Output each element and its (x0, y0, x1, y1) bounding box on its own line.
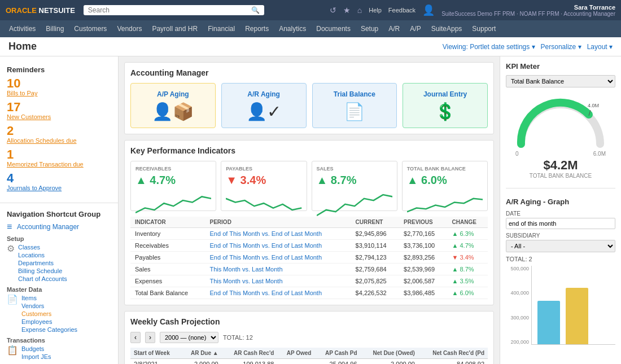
wcp-prev[interactable]: ‹ (130, 332, 141, 343)
kpi-meter-title: KPI Meter (506, 62, 615, 71)
row-indicator: Payables (130, 252, 205, 264)
row-previous: $3,736,100 (399, 240, 447, 252)
master-employees[interactable]: Employees (21, 318, 77, 326)
setup-chart[interactable]: Chart of Accounts (18, 275, 67, 283)
bar-cyan (537, 301, 560, 344)
reminder-journals-label[interactable]: Journals to Approve (7, 185, 111, 191)
reminder-customers-num: 17 (7, 101, 111, 113)
top-bar: ORACLE NETSUITE 🔍 ↺ ★ ⌂ Help Feedback 👤 … (0, 0, 621, 20)
tx-budgets[interactable]: Budgets (21, 345, 51, 353)
tx-import[interactable]: Import JEs (21, 353, 51, 361)
page-title: Home (8, 41, 37, 52)
nav-ar[interactable]: A/R (384, 23, 404, 35)
sparkline-sales (317, 189, 392, 217)
ap-aging-icon: 👤📦 (152, 102, 194, 121)
master-vendors[interactable]: Vendors (21, 302, 77, 310)
kpi-bank: TOTAL BANK BALANCE ▲ 6.0% (402, 161, 488, 211)
nav-customers[interactable]: Customers (69, 23, 111, 35)
row-period[interactable]: This Month vs. Last Month (205, 275, 351, 287)
reminder-allocation[interactable]: 2 Allocation Schedules due (7, 125, 111, 144)
row-indicator: Receivables (130, 240, 205, 252)
ar-date-input[interactable] (506, 218, 615, 229)
setup-billing[interactable]: Billing Schedule (18, 267, 67, 275)
kpi-sales-chart (317, 189, 392, 206)
layout-link[interactable]: Layout ▾ (587, 43, 613, 51)
reminder-memorized-label[interactable]: Memorized Transaction due (7, 161, 111, 168)
master-items[interactable]: Items (21, 294, 77, 302)
row-period[interactable]: End of This Month vs. End of Last Month (205, 287, 351, 299)
personalize-link[interactable]: Personalize ▾ (541, 43, 581, 51)
viewing-portlet-link[interactable]: Viewing: Portlet date settings ▾ (443, 43, 535, 51)
row-previous: $2,893,256 (399, 252, 447, 264)
help-link[interactable]: Help (369, 7, 382, 14)
y-axis-labels: 500,000 400,000 300,000 200,000 (506, 266, 531, 345)
kpi-meter-select[interactable]: Total Bank Balance (506, 75, 615, 87)
reminder-customers[interactable]: 17 New Customers (7, 101, 111, 120)
row-period[interactable]: This Month vs. Last Month (205, 264, 351, 275)
refresh-icon[interactable]: ↺ (330, 6, 336, 15)
center-area: Accounting Manager A/P Aging 👤📦 A/R Agin… (119, 56, 500, 364)
ar-aging-card[interactable]: A/R Aging 👤✓ (221, 83, 307, 128)
wcp-tbody: 2/8/2021 2,000.00 109,013.88 25,004.96 2… (130, 359, 488, 365)
nav-setup[interactable]: Setup (356, 23, 383, 35)
trial-balance-card[interactable]: Trial Balance 📄 (312, 83, 397, 128)
setup-title: Setup (7, 235, 111, 242)
main-content: Reminders 10 Bills to Pay 17 New Custome… (0, 56, 621, 364)
row-current: $2,945,896 (351, 228, 399, 240)
kpi-title: Key Performance Indicators (130, 146, 488, 155)
master-customers[interactable]: Customers (21, 310, 77, 318)
nav-vendors[interactable]: Vendors (112, 23, 146, 35)
setup-locations[interactable]: Locations (18, 251, 67, 259)
search-input[interactable] (88, 6, 251, 14)
ap-aging-card[interactable]: A/P Aging 👤📦 (130, 83, 216, 128)
setup-classes[interactable]: Classes (18, 243, 67, 251)
setup-departments[interactable]: Departments (18, 259, 67, 267)
wcp-week: 2/8/2021 (130, 359, 181, 365)
wcp-apowed (277, 359, 314, 365)
reminder-bills-label[interactable]: Bills to Pay (7, 90, 111, 97)
journal-entry-card[interactable]: Journal Entry 💲 (403, 83, 488, 128)
wcp-next[interactable]: › (145, 332, 155, 343)
reminder-customers-label[interactable]: New Customers (7, 113, 111, 120)
kpi-payables-chart (226, 189, 301, 206)
th-change: CHANGE (448, 217, 488, 228)
nav-financial[interactable]: Financial (203, 23, 239, 35)
reminder-bills[interactable]: 10 Bills to Pay (7, 77, 111, 97)
home-icon[interactable]: ⌂ (357, 6, 362, 15)
nav-billing[interactable]: Billing (41, 23, 68, 35)
accounting-manager-label[interactable]: Accounting Manager (17, 223, 79, 231)
accounting-manager-nav[interactable]: Accounting Manager (7, 222, 111, 232)
nav-analytics[interactable]: Analytics (274, 23, 310, 35)
nav-support[interactable]: Support (467, 23, 500, 35)
logo: ORACLE NETSUITE (6, 6, 75, 15)
ar-subsidiary-select[interactable]: - All - (506, 240, 615, 252)
row-period[interactable]: End of This Month vs. End of Last Month (205, 240, 351, 252)
row-period[interactable]: End of This Month vs. End of Last Month (205, 228, 351, 240)
row-period[interactable]: End of This Month vs. End of Last Month (205, 252, 351, 264)
feedback-link[interactable]: Feedback (388, 7, 416, 14)
nav-reports[interactable]: Reports (240, 23, 273, 35)
wcp-year-select[interactable]: 2000 — (none) (160, 332, 218, 343)
row-current: $4,226,532 (351, 287, 399, 299)
reminder-allocation-label[interactable]: Allocation Schedules due (7, 137, 111, 144)
page-header: Home Viewing: Portlet date settings ▾ Pe… (0, 37, 621, 56)
search-box[interactable]: 🔍 (84, 5, 264, 15)
reminder-journals[interactable]: 4 Journals to Approve (7, 172, 111, 191)
y-label-200k: 200,000 (506, 339, 529, 345)
kpi-sales-value: ▲ 8.7% (317, 174, 392, 187)
ar-date-field: DATE (506, 210, 615, 229)
wcp-th-apcash: AP Cash Pd (314, 348, 360, 359)
ap-aging-label: A/P Aging (157, 90, 189, 98)
nav-payroll[interactable]: Payroll and HR (147, 23, 202, 35)
nav-activities[interactable]: Activities (5, 23, 40, 35)
master-expenses[interactable]: Expense Categories (21, 326, 77, 334)
reminder-memorized[interactable]: 1 Memorized Transaction due (7, 148, 111, 168)
nav-documents[interactable]: Documents (312, 23, 355, 35)
kpi-receivables: RECEIVABLES ▲ 4.7% (130, 161, 216, 211)
star-icon[interactable]: ★ (343, 6, 351, 15)
table-row: Payables End of This Month vs. End of La… (130, 252, 488, 264)
nav-suiteapps[interactable]: SuiteApps (427, 23, 467, 35)
nav-ap[interactable]: A/P (405, 23, 425, 35)
left-sidebar: Reminders 10 Bills to Pay 17 New Custome… (0, 56, 119, 364)
kpi-payables: PAYABLES ▼ 3.4% (221, 161, 307, 211)
